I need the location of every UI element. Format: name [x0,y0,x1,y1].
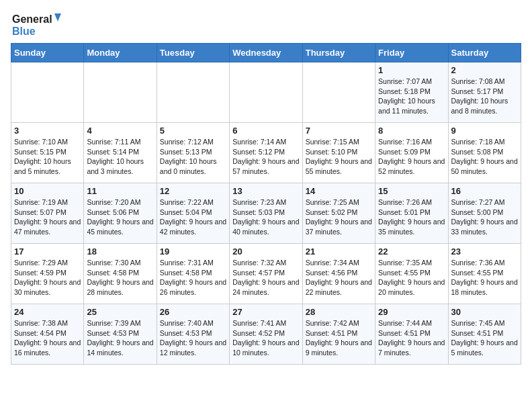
svg-text:General: General [12,13,52,25]
day-info: Sunrise: 7:20 AM Sunset: 5:06 PM Dayligh… [87,197,153,237]
day-number: 7 [306,126,372,136]
day-info: Sunrise: 7:11 AM Sunset: 5:14 PM Dayligh… [87,137,153,177]
header-monday: Monday [84,44,157,62]
calendar-cell: 24Sunrise: 7:38 AM Sunset: 4:54 PM Dayli… [11,304,84,365]
day-info: Sunrise: 7:27 AM Sunset: 5:00 PM Dayligh… [451,197,518,237]
logo: GeneralBlue [11,11,64,38]
day-info: Sunrise: 7:29 AM Sunset: 4:59 PM Dayligh… [14,258,81,298]
day-info: Sunrise: 7:26 AM Sunset: 5:01 PM Dayligh… [378,197,445,237]
week-row-5: 24Sunrise: 7:38 AM Sunset: 4:54 PM Dayli… [11,304,521,365]
calendar-cell: 2Sunrise: 7:08 AM Sunset: 5:17 PM Daylig… [448,62,521,123]
day-number: 9 [451,126,518,136]
day-info: Sunrise: 7:35 AM Sunset: 4:55 PM Dayligh… [378,258,445,298]
day-number: 30 [451,307,518,317]
day-info: Sunrise: 7:16 AM Sunset: 5:09 PM Dayligh… [378,137,445,177]
day-info: Sunrise: 7:12 AM Sunset: 5:13 PM Dayligh… [160,137,226,177]
day-number: 22 [378,246,445,257]
calendar-cell: 22Sunrise: 7:35 AM Sunset: 4:55 PM Dayli… [375,244,448,304]
day-number: 28 [306,307,372,317]
calendar-cell: 7Sunrise: 7:15 AM Sunset: 5:10 PM Daylig… [302,123,375,183]
day-number: 15 [378,186,445,196]
calendar-cell: 10Sunrise: 7:19 AM Sunset: 5:07 PM Dayli… [11,183,84,244]
day-info: Sunrise: 7:25 AM Sunset: 5:02 PM Dayligh… [306,197,372,237]
day-info: Sunrise: 7:23 AM Sunset: 5:03 PM Dayligh… [232,197,299,237]
day-number: 5 [160,126,226,136]
day-info: Sunrise: 7:07 AM Sunset: 5:18 PM Dayligh… [378,77,445,116]
calendar-table: SundayMondayTuesdayWednesdayThursdayFrid… [11,43,521,365]
calendar-cell: 25Sunrise: 7:39 AM Sunset: 4:53 PM Dayli… [84,304,157,365]
day-info: Sunrise: 7:40 AM Sunset: 4:53 PM Dayligh… [160,318,226,358]
svg-text:Blue: Blue [12,26,36,37]
week-row-2: 3Sunrise: 7:10 AM Sunset: 5:15 PM Daylig… [11,123,521,183]
day-number: 14 [306,186,372,196]
calendar-cell: 27Sunrise: 7:41 AM Sunset: 4:52 PM Dayli… [230,304,302,365]
day-info: Sunrise: 7:32 AM Sunset: 4:57 PM Dayligh… [232,258,299,298]
day-info: Sunrise: 7:14 AM Sunset: 5:12 PM Dayligh… [232,137,299,177]
day-info: Sunrise: 7:30 AM Sunset: 4:58 PM Dayligh… [87,258,153,298]
calendar-cell [84,62,157,123]
calendar-cell: 26Sunrise: 7:40 AM Sunset: 4:53 PM Dayli… [157,304,229,365]
day-number: 4 [87,126,153,136]
day-number: 18 [87,246,153,257]
day-info: Sunrise: 7:34 AM Sunset: 4:56 PM Dayligh… [306,258,372,298]
calendar-cell: 28Sunrise: 7:42 AM Sunset: 4:51 PM Dayli… [302,304,375,365]
day-number: 10 [14,186,81,196]
calendar-cell: 8Sunrise: 7:16 AM Sunset: 5:09 PM Daylig… [375,123,448,183]
calendar-cell: 23Sunrise: 7:36 AM Sunset: 4:55 PM Dayli… [448,244,521,304]
week-row-3: 10Sunrise: 7:19 AM Sunset: 5:07 PM Dayli… [11,183,521,244]
day-number: 24 [14,307,81,317]
day-info: Sunrise: 7:44 AM Sunset: 4:51 PM Dayligh… [378,318,445,358]
week-row-4: 17Sunrise: 7:29 AM Sunset: 4:59 PM Dayli… [11,244,521,304]
page-header: GeneralBlue [11,11,521,38]
calendar-cell: 14Sunrise: 7:25 AM Sunset: 5:02 PM Dayli… [302,183,375,244]
week-row-1: 1Sunrise: 7:07 AM Sunset: 5:18 PM Daylig… [11,62,521,123]
svg-marker-2 [54,13,61,21]
calendar-cell: 9Sunrise: 7:18 AM Sunset: 5:08 PM Daylig… [448,123,521,183]
day-number: 25 [87,307,153,317]
day-info: Sunrise: 7:31 AM Sunset: 4:58 PM Dayligh… [160,258,226,298]
calendar-cell: 21Sunrise: 7:34 AM Sunset: 4:56 PM Dayli… [302,244,375,304]
header-wednesday: Wednesday [230,44,302,62]
day-info: Sunrise: 7:10 AM Sunset: 5:15 PM Dayligh… [14,137,81,177]
day-number: 27 [232,307,299,317]
calendar-cell: 13Sunrise: 7:23 AM Sunset: 5:03 PM Dayli… [230,183,302,244]
day-number: 23 [451,246,518,257]
calendar-cell: 29Sunrise: 7:44 AM Sunset: 4:51 PM Dayli… [375,304,448,365]
calendar-cell: 20Sunrise: 7:32 AM Sunset: 4:57 PM Dayli… [230,244,302,304]
day-number: 1 [378,65,445,75]
header-saturday: Saturday [448,44,521,62]
day-info: Sunrise: 7:18 AM Sunset: 5:08 PM Dayligh… [451,137,518,177]
day-number: 6 [232,126,299,136]
day-number: 13 [232,186,299,196]
day-number: 2 [451,65,518,75]
day-info: Sunrise: 7:42 AM Sunset: 4:51 PM Dayligh… [306,318,372,358]
day-number: 16 [451,186,518,196]
calendar-cell: 5Sunrise: 7:12 AM Sunset: 5:13 PM Daylig… [157,123,229,183]
calendar-cell: 30Sunrise: 7:45 AM Sunset: 4:51 PM Dayli… [448,304,521,365]
day-number: 20 [232,246,299,257]
calendar-cell: 12Sunrise: 7:22 AM Sunset: 5:04 PM Dayli… [157,183,229,244]
day-number: 17 [14,246,81,257]
calendar-cell: 19Sunrise: 7:31 AM Sunset: 4:58 PM Dayli… [157,244,229,304]
day-number: 8 [378,126,445,136]
header-thursday: Thursday [302,44,375,62]
day-info: Sunrise: 7:41 AM Sunset: 4:52 PM Dayligh… [232,318,299,358]
calendar-cell: 1Sunrise: 7:07 AM Sunset: 5:18 PM Daylig… [375,62,448,123]
calendar-cell: 3Sunrise: 7:10 AM Sunset: 5:15 PM Daylig… [11,123,84,183]
header-friday: Friday [375,44,448,62]
day-info: Sunrise: 7:38 AM Sunset: 4:54 PM Dayligh… [14,318,81,358]
calendar-cell [302,62,375,123]
calendar-cell [157,62,229,123]
logo-icon: GeneralBlue [11,11,64,38]
calendar-cell: 4Sunrise: 7:11 AM Sunset: 5:14 PM Daylig… [84,123,157,183]
day-number: 21 [306,246,372,257]
calendar-cell: 18Sunrise: 7:30 AM Sunset: 4:58 PM Dayli… [84,244,157,304]
day-info: Sunrise: 7:22 AM Sunset: 5:04 PM Dayligh… [160,197,226,237]
calendar-cell [230,62,302,123]
day-number: 11 [87,186,153,196]
day-number: 29 [378,307,445,317]
day-number: 19 [160,246,226,257]
day-info: Sunrise: 7:15 AM Sunset: 5:10 PM Dayligh… [306,137,372,177]
header-sunday: Sunday [11,44,84,62]
day-info: Sunrise: 7:08 AM Sunset: 5:17 PM Dayligh… [451,77,518,116]
